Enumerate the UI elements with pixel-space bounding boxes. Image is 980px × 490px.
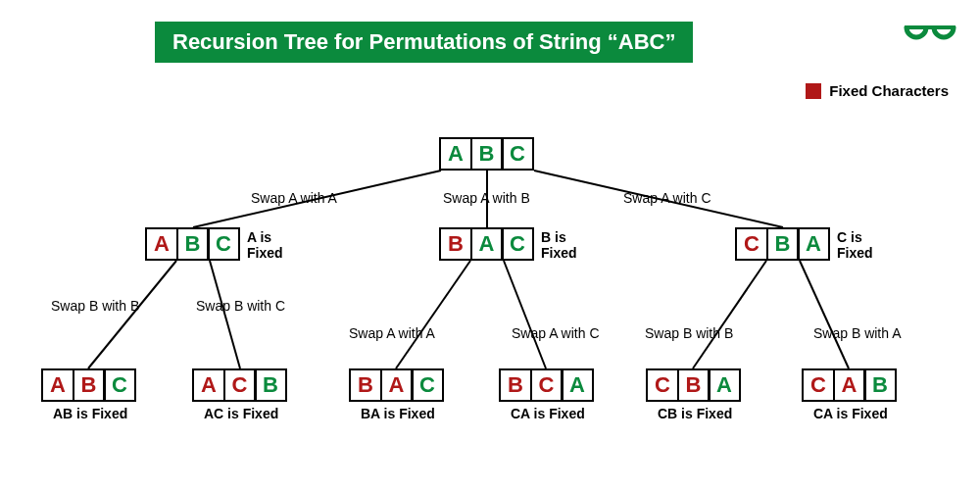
tree-node: A B C xyxy=(145,227,240,261)
cell: C xyxy=(207,227,240,261)
side-label: A isFixed xyxy=(247,229,283,261)
leaf-label: BA is Fixed xyxy=(361,406,435,421)
edge-label: Swap A with B xyxy=(443,190,530,206)
cell: B xyxy=(439,227,472,261)
cell: A xyxy=(708,368,741,402)
tree-node: C B A xyxy=(735,227,830,261)
svg-rect-2 xyxy=(904,14,956,26)
tree-leaf: A C B xyxy=(192,368,287,402)
edge-label: Swap B with B xyxy=(51,298,139,314)
tree-node-root: A B C xyxy=(439,137,534,171)
cell: A xyxy=(41,368,74,402)
tree-node: B A C xyxy=(439,227,534,261)
cell: A xyxy=(797,227,830,261)
cell: B xyxy=(863,368,897,402)
cell: B xyxy=(766,227,800,261)
cell: A xyxy=(145,227,178,261)
cell: A xyxy=(380,368,414,402)
geeksforgeeks-logo xyxy=(904,14,956,45)
cell: B xyxy=(470,137,504,171)
cell: A xyxy=(833,368,866,402)
tree-leaf: B A C xyxy=(349,368,444,402)
svg-line-9 xyxy=(396,261,470,368)
side-label: C isFixed xyxy=(837,229,873,261)
edge-label: Swap A with C xyxy=(512,325,600,341)
cell: C xyxy=(735,227,768,261)
cell: B xyxy=(499,368,532,402)
leaf-label: AB is Fixed xyxy=(53,406,127,421)
cell: B xyxy=(176,227,210,261)
cell: C xyxy=(802,368,835,402)
cell: C xyxy=(501,137,534,171)
leaf-label: CB is Fixed xyxy=(658,406,732,421)
page-title: Recursion Tree for Permutations of Strin… xyxy=(155,22,693,63)
cell: A xyxy=(439,137,472,171)
cell: C xyxy=(501,227,534,261)
tree-leaf: B C A xyxy=(499,368,594,402)
cell: C xyxy=(223,368,257,402)
legend: Fixed Characters xyxy=(806,82,949,99)
tree-leaf: C B A xyxy=(646,368,741,402)
cell: A xyxy=(192,368,225,402)
tree-leaf: C A B xyxy=(802,368,897,402)
cell: C xyxy=(411,368,444,402)
cell: B xyxy=(254,368,287,402)
edge-label: Swap B with C xyxy=(196,298,285,314)
svg-line-12 xyxy=(800,261,849,368)
leaf-label: CA is Fixed xyxy=(511,406,585,421)
legend-label: Fixed Characters xyxy=(829,82,949,99)
svg-line-8 xyxy=(210,261,240,368)
cell: B xyxy=(677,368,710,402)
leaf-label: AC is Fixed xyxy=(204,406,278,421)
svg-rect-3 xyxy=(905,25,956,29)
cell: A xyxy=(561,368,594,402)
cell: B xyxy=(349,368,382,402)
leaf-label: CA is Fixed xyxy=(813,406,888,421)
legend-swatch xyxy=(806,83,821,99)
cell: C xyxy=(530,368,564,402)
edge-label: Swap B with B xyxy=(645,325,733,341)
cell: C xyxy=(646,368,679,402)
side-label: B isFixed xyxy=(541,229,577,261)
edge-label: Swap A with A xyxy=(251,190,337,206)
svg-line-10 xyxy=(504,261,546,368)
cell: C xyxy=(103,368,136,402)
cell: A xyxy=(470,227,504,261)
edge-label: Swap A with A xyxy=(349,325,435,341)
edge-label: Swap A with C xyxy=(623,190,711,206)
cell: B xyxy=(73,368,106,402)
tree-leaf: A B C xyxy=(41,368,136,402)
svg-line-11 xyxy=(693,261,766,368)
edge-label: Swap B with A xyxy=(813,325,902,341)
svg-line-7 xyxy=(88,261,176,368)
